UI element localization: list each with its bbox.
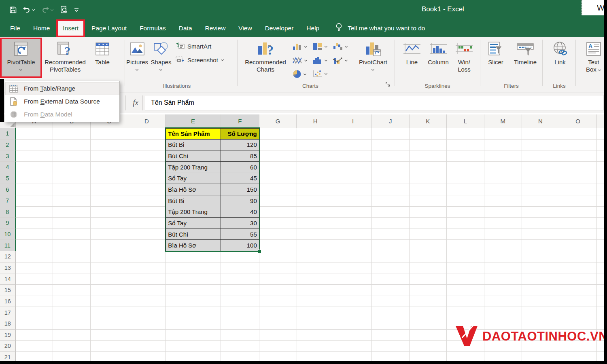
customize-qat-icon[interactable] <box>74 7 79 12</box>
column-header-I[interactable]: I <box>334 114 372 128</box>
sparkline-winloss-button[interactable]: Win/ Loss <box>452 39 476 73</box>
table-header-cell[interactable]: Số Lượng <box>221 128 259 140</box>
column-header-partial[interactable] <box>597 114 604 128</box>
formula-input[interactable]: Tên Sản Phẩm <box>145 95 604 110</box>
save-icon[interactable] <box>10 6 17 13</box>
row-header-18[interactable]: 18 <box>0 318 16 330</box>
link-button[interactable]: Link <box>549 39 571 66</box>
slicer-button[interactable]: Slicer <box>483 39 508 66</box>
row-header-11[interactable]: 11 <box>0 240 16 251</box>
column-header-G[interactable]: G <box>259 114 297 128</box>
account-badge[interactable]: W <box>582 0 605 15</box>
insert-waterfall-chart-button[interactable] <box>333 42 348 51</box>
scatter-chart-chevron-icon[interactable] <box>325 72 328 75</box>
table-cell[interactable]: 30 <box>221 218 259 229</box>
tab-file[interactable]: File <box>4 19 27 37</box>
charts-dialog-launcher[interactable] <box>386 82 391 89</box>
insert-scatter-chart-button[interactable] <box>312 70 328 78</box>
tab-insert[interactable]: Insert <box>56 19 85 37</box>
table-cell[interactable]: Bút Chì <box>166 229 221 240</box>
column-header-D[interactable]: D <box>128 114 166 128</box>
smartart-button[interactable]: SmartArt <box>176 42 211 51</box>
pictures-chevron-icon[interactable] <box>136 68 139 71</box>
column-header-N[interactable]: N <box>522 114 560 128</box>
table-cell[interactable]: Bìa Hồ Sơ <box>166 240 221 251</box>
row-header-17[interactable]: 17 <box>0 307 16 318</box>
row-header-7[interactable]: 7 <box>0 195 16 207</box>
text-box-button[interactable]: A Text Box <box>583 39 605 73</box>
print-preview-icon[interactable] <box>60 6 68 14</box>
row-header-4[interactable]: 4 <box>0 162 16 173</box>
row-header-9[interactable]: 9 <box>0 218 16 229</box>
sparkline-column-button[interactable]: Column <box>426 39 451 66</box>
fill-handle[interactable] <box>258 250 261 253</box>
table-cell[interactable]: Bút Bi <box>166 140 221 151</box>
column-header-M[interactable]: M <box>484 114 522 128</box>
column-chart-chevron-icon[interactable] <box>304 45 308 48</box>
recommended-pivottables-button[interactable]: ? Recommended PivotTables <box>42 39 88 73</box>
tell-me-box[interactable]: Tell me what you want to do <box>335 19 425 37</box>
waterfall-chart-chevron-icon[interactable] <box>345 45 348 48</box>
undo-button[interactable] <box>23 6 35 13</box>
row-header-6[interactable]: 6 <box>0 184 16 195</box>
shapes-button[interactable]: Shapes <box>150 39 172 71</box>
insert-function-button[interactable]: fx <box>129 97 142 108</box>
row-header-3[interactable]: 3 <box>0 150 16 162</box>
row-header-13[interactable]: 13 <box>0 262 16 274</box>
shapes-chevron-icon[interactable] <box>159 68 163 71</box>
insert-histogram-chart-button[interactable] <box>312 56 328 64</box>
column-header-H[interactable]: H <box>297 114 334 128</box>
tab-view[interactable]: View <box>232 19 258 37</box>
tab-developer[interactable]: Developer <box>259 19 300 37</box>
screenshot-button[interactable]: Screenshot <box>176 56 224 64</box>
row-header-12[interactable]: 12 <box>0 251 16 262</box>
column-header-E[interactable]: E <box>166 114 221 128</box>
tab-home[interactable]: Home <box>27 19 56 37</box>
tab-data[interactable]: Data <box>172 19 199 37</box>
table-cell[interactable]: Tập 200 Trang <box>166 206 221 218</box>
screenshot-chevron-icon[interactable] <box>221 59 224 61</box>
recommended-charts-button[interactable]: ? Recommended Charts <box>241 39 290 73</box>
table-cell[interactable]: Bút Bi <box>166 195 221 207</box>
row-header-16[interactable]: 16 <box>0 296 16 307</box>
table-cell[interactable]: 100 <box>221 240 259 251</box>
pictures-button[interactable]: Pictures <box>126 39 148 71</box>
insert-pie-chart-button[interactable] <box>292 70 307 78</box>
row-header-2[interactable]: 2 <box>0 140 16 151</box>
row-header-10[interactable]: 10 <box>0 229 16 240</box>
table-header-cell[interactable]: Tên Sản Phẩm <box>166 128 221 140</box>
histogram-chart-chevron-icon[interactable] <box>325 59 328 62</box>
table-cell[interactable]: 120 <box>221 140 259 151</box>
table-cell[interactable]: 45 <box>221 173 259 184</box>
undo-chevron-icon[interactable] <box>32 8 35 11</box>
tab-formulas[interactable]: Formulas <box>133 19 172 37</box>
pie-chart-chevron-icon[interactable] <box>304 73 307 76</box>
hierarchy-chart-chevron-icon[interactable] <box>325 45 328 48</box>
table-cell[interactable]: Sổ Tay <box>166 218 221 229</box>
menu-item-from-external-data-source[interactable]: From External Data Source <box>5 95 119 108</box>
column-header-K[interactable]: K <box>410 114 447 128</box>
table-cell[interactable]: Sổ Tay <box>166 173 221 184</box>
table-cell[interactable]: 60 <box>221 162 259 173</box>
menu-item-from-table-range[interactable]: From Table/Range <box>5 82 119 95</box>
insert-combo-chart-button[interactable] <box>333 56 348 64</box>
row-header-8[interactable]: 8 <box>0 206 16 218</box>
row-header-14[interactable]: 14 <box>0 273 16 285</box>
row-header-20[interactable]: 20 <box>0 341 16 352</box>
row-header-5[interactable]: 5 <box>0 173 16 184</box>
insert-hierarchy-chart-button[interactable] <box>312 42 328 51</box>
timeline-button[interactable]: Timeline <box>510 39 541 66</box>
row-header-15[interactable]: 15 <box>0 285 16 296</box>
table-cell[interactable]: 150 <box>221 184 259 195</box>
sparkline-line-button[interactable]: Line <box>400 39 424 66</box>
pivottable-button[interactable]: PivotTable <box>2 39 40 71</box>
table-cell[interactable]: 85 <box>221 150 259 162</box>
table-cell[interactable]: Bìa Hồ Sơ <box>166 184 221 195</box>
table-cell[interactable]: 40 <box>221 206 259 218</box>
pivottable-chevron-icon[interactable] <box>19 68 23 71</box>
line-chart-chevron-icon[interactable] <box>304 59 308 62</box>
combo-chart-chevron-icon[interactable] <box>345 59 348 62</box>
column-header-L[interactable]: L <box>447 114 484 128</box>
row-header-19[interactable]: 19 <box>0 330 16 341</box>
text-box-chevron-icon[interactable] <box>598 69 601 72</box>
